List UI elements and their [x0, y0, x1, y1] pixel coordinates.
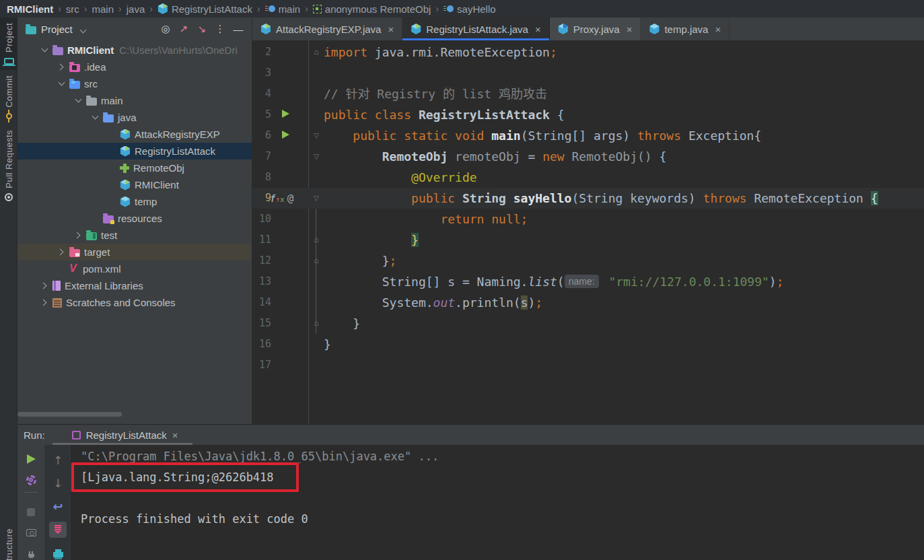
tree-item-rmiclient[interactable]: RMIClient [17, 176, 252, 193]
code-line[interactable]: 7▽ RemoteObj remoteObj = new RemoteObj()… [252, 146, 924, 167]
tree-item-rmiclient[interactable]: RMIClientC:\Users\VanHurts\OneDri [17, 42, 252, 59]
stop-button[interactable] [22, 505, 40, 519]
horizontal-scrollbar[interactable] [17, 412, 122, 417]
code-editor[interactable]: 2⌂import java.rmi.RemoteException;34// 针… [252, 40, 924, 424]
code-token: s [521, 295, 528, 310]
tree-item-idea[interactable]: .idea [17, 59, 252, 75]
print-button[interactable] [49, 545, 67, 560]
tree-item-java[interactable]: java [17, 109, 252, 126]
close-icon[interactable]: × [535, 24, 541, 35]
tree-item-attackregistryexp[interactable]: AttackRegistryEXP [17, 126, 252, 143]
breadcrumb-item-java[interactable]: java [127, 3, 145, 15]
run-settings-button[interactable] [22, 473, 40, 487]
breadcrumb-item-anonymous-remoteobj[interactable]: anonymous RemoteObj [313, 3, 431, 15]
maven-icon [69, 264, 79, 275]
code-line[interactable]: 6▽ public static void main(String[] args… [252, 125, 924, 146]
breadcrumb-separator: › [84, 3, 87, 14]
breadcrumb-item-sayhello[interactable]: sayHello [443, 3, 496, 15]
breadcrumb-item-src[interactable]: src [66, 3, 79, 15]
code-line[interactable]: 15⌂ } [252, 313, 924, 334]
tree-item-external-libraries[interactable]: External Libraries [17, 277, 252, 294]
code-line[interactable]: 11⌂ } [252, 230, 924, 250]
code-line[interactable]: 17 [252, 355, 924, 376]
close-icon[interactable]: × [627, 24, 633, 35]
screenshot-button[interactable] [22, 526, 40, 540]
rerun-button[interactable] [22, 452, 40, 466]
tree-item-test[interactable]: test [17, 227, 252, 244]
run-tab[interactable]: RegistryListAttack × [72, 429, 178, 441]
tree-item-temp[interactable]: temp [17, 193, 252, 210]
fold-marker-icon[interactable]: ⌂ [312, 42, 321, 63]
chevron-right-icon[interactable] [39, 281, 52, 291]
tree-item-resources[interactable]: resources [17, 210, 252, 227]
breadcrumb-item-main[interactable]: main [265, 3, 301, 15]
fold-marker-icon[interactable]: ⌂ [312, 313, 321, 334]
close-icon[interactable]: × [172, 429, 178, 441]
chevron-down-icon[interactable] [77, 24, 91, 34]
code-line[interactable]: 13 String[] s = Naming.list(name: "rmi:/… [252, 271, 924, 292]
tree-item-remoteobj[interactable]: RemoteObj [17, 160, 252, 176]
tab-attackregistryexp-java[interactable]: AttackRegistryEXP.java× [252, 18, 402, 40]
tree-item-pom-xml[interactable]: pom.xml [17, 260, 252, 277]
code-line[interactable]: 16} [252, 334, 924, 355]
collapse-all-icon[interactable]: ↘ [195, 23, 209, 35]
chevron-right-icon[interactable] [56, 63, 69, 72]
fold-marker-icon[interactable]: ▽ [312, 146, 321, 167]
stripe-commit[interactable]: Commit [0, 70, 17, 125]
code-line[interactable]: 8 @Override [252, 167, 924, 188]
fold-marker-icon[interactable]: ⌂ [312, 250, 321, 271]
next-occurrence-button[interactable]: ↓ [49, 475, 67, 491]
run-line-icon[interactable] [282, 131, 289, 139]
chevron-down-icon[interactable] [56, 79, 69, 89]
locate-target-icon[interactable]: ◎ [159, 23, 172, 35]
tree-item-main[interactable]: main [17, 92, 252, 109]
code-line[interactable]: 14 System.out.println(s); [252, 292, 924, 313]
run-line-icon[interactable] [282, 110, 289, 118]
overriding-method-icon[interactable]: f↑x@ [270, 188, 293, 210]
close-icon[interactable]: × [715, 24, 721, 35]
fold-marker-icon[interactable]: ⌂ [312, 230, 321, 250]
code-line[interactable]: 5public class RegistryListAttack { [252, 104, 924, 125]
folder-java-icon [103, 114, 114, 123]
scroll-to-end-button[interactable] [49, 522, 67, 537]
chevron-right-icon[interactable] [73, 231, 86, 240]
code-line[interactable]: 2⌂import java.rmi.RemoteException; [252, 42, 924, 63]
breadcrumb-item-main[interactable]: main [92, 3, 114, 15]
tab-registrylistattack-java[interactable]: RegistryListAttack.java× [402, 18, 550, 40]
code-line[interactable]: 9f↑x@▽ public String sayHello(String key… [252, 188, 924, 209]
breadcrumb-separator: › [305, 3, 308, 14]
tree-item-src[interactable]: src [17, 75, 252, 92]
fold-marker-icon[interactable]: ▽ [312, 125, 321, 146]
breadcrumb-item-rmiclient[interactable]: RMIClient [7, 3, 53, 15]
soft-wrap-button[interactable]: ↩ [49, 499, 67, 514]
breadcrumb-item-label: RMIClient [7, 3, 53, 15]
tab-proxy-java[interactable]: Proxy.java× [550, 18, 641, 40]
tree-item-label: Scratches and Consoles [66, 297, 176, 308]
code-token: remoteObj [455, 149, 528, 164]
stripe-structure[interactable]: Structure [0, 523, 17, 560]
more-options-icon[interactable]: ⋮ [213, 23, 227, 35]
prev-occurrence-button[interactable]: ↑ [49, 452, 67, 468]
expand-all-icon[interactable]: ↗ [177, 23, 190, 35]
class-run-icon [120, 129, 131, 140]
tree-item-target[interactable]: target [17, 244, 252, 260]
chevron-down-icon[interactable] [73, 96, 86, 106]
tree-item-registrylistattack[interactable]: RegistryListAttack [17, 143, 252, 160]
fold-marker-icon[interactable]: ▽ [312, 188, 321, 209]
chevron-right-icon[interactable] [56, 248, 69, 257]
hide-panel-icon[interactable]: — [232, 24, 245, 35]
stripe-pull-requests[interactable]: Pull Requests [0, 125, 17, 207]
tree-item-scratches-and-consoles[interactable]: Scratches and Consoles [17, 294, 252, 311]
tab-temp-java[interactable]: temp.java× [641, 18, 730, 40]
chevron-down-icon[interactable] [90, 113, 103, 123]
breadcrumb-item-registrylistattack[interactable]: RegistryListAttack [157, 3, 252, 15]
chevron-down-icon[interactable] [39, 46, 52, 55]
code-line[interactable]: 12⌂ }; [252, 250, 924, 271]
chevron-right-icon[interactable] [39, 298, 52, 308]
stripe-project[interactable]: Project [0, 18, 17, 70]
attach-process-button[interactable] [22, 547, 40, 560]
code-line[interactable]: 3 [252, 63, 924, 83]
close-icon[interactable]: × [388, 24, 394, 35]
code-line[interactable]: 4// 针对 Registry 的 list 鸡肋攻击 [252, 83, 924, 104]
code-line[interactable]: 10 return null; [252, 209, 924, 230]
